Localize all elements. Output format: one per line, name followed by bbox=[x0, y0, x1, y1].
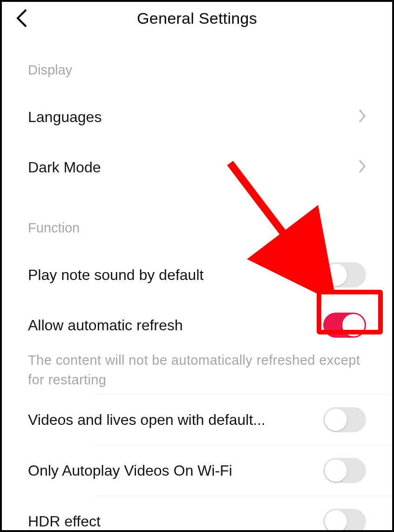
chevron-left-icon bbox=[15, 8, 29, 28]
toggle-knob bbox=[325, 264, 347, 286]
toggle-knob bbox=[325, 409, 347, 431]
toggle-play-note-sound[interactable] bbox=[323, 262, 366, 287]
row-languages[interactable]: Languages bbox=[2, 92, 392, 142]
row-only-autoplay-wifi[interactable]: Only Autoplay Videos On Wi-Fi bbox=[2, 445, 392, 496]
back-button[interactable] bbox=[10, 7, 34, 30]
toggle-allow-auto-refresh[interactable] bbox=[323, 313, 366, 338]
toggle-knob bbox=[325, 459, 347, 482]
row-label-only-autoplay-wifi: Only Autoplay Videos On Wi-Fi bbox=[28, 462, 232, 479]
row-allow-auto-refresh[interactable]: Allow automatic refresh bbox=[2, 300, 392, 350]
row-dark-mode[interactable]: Dark Mode bbox=[2, 142, 392, 192]
toggle-videos-lives-default[interactable] bbox=[323, 407, 366, 432]
row-label-hdr-effect: HDR effect bbox=[28, 513, 101, 530]
row-label-dark-mode: Dark Mode bbox=[28, 159, 101, 176]
row-label-play-note-sound: Play note sound by default bbox=[28, 266, 204, 284]
row-label-videos-lives-default: Videos and lives open with default... bbox=[28, 411, 265, 429]
section-header-function: Function bbox=[2, 192, 392, 236]
toggle-only-autoplay-wifi[interactable] bbox=[323, 458, 366, 483]
row-play-note-sound[interactable]: Play note sound by default bbox=[2, 250, 392, 300]
toggle-knob bbox=[342, 314, 365, 336]
row-hdr-effect[interactable]: HDR effect bbox=[2, 496, 392, 532]
page-title: General Settings bbox=[137, 9, 257, 27]
row-label-allow-auto-refresh: Allow automatic refresh bbox=[28, 317, 183, 334]
section-header-display: Display bbox=[2, 34, 392, 78]
row-desc-allow-auto-refresh: The content will not be automatically re… bbox=[2, 350, 392, 394]
toggle-hdr-effect[interactable] bbox=[323, 509, 366, 532]
toggle-knob bbox=[325, 510, 347, 532]
row-label-languages: Languages bbox=[28, 109, 102, 126]
header: General Settings bbox=[2, 2, 392, 34]
chevron-right-icon bbox=[359, 109, 366, 125]
row-videos-lives-default[interactable]: Videos and lives open with default... bbox=[2, 395, 392, 445]
chevron-right-icon bbox=[359, 159, 366, 175]
